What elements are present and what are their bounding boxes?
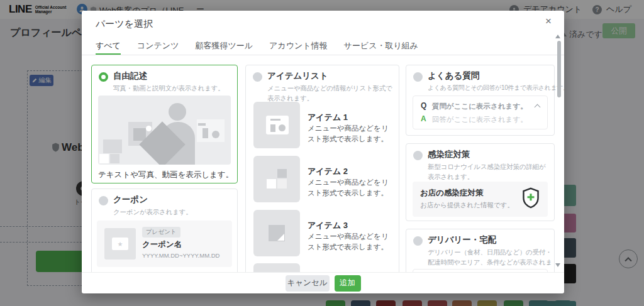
card-title: 感染症対策 [428, 149, 470, 160]
coupon-preview: ★ プレゼント クーポン名 YYYY.MM.DD~YYYY.MM.DD [97, 221, 232, 267]
item-row: アイテム 1 メニューや商品などをリスト形式で表示します。 [246, 102, 399, 148]
coupon-thumbnail: ★ [104, 228, 136, 260]
radio-icon[interactable] [413, 72, 423, 82]
item-name: アイテム 2 [308, 166, 348, 177]
radio-icon[interactable] [413, 236, 423, 246]
item-desc: メニューや商品などをリスト形式で表示します。 [308, 231, 394, 253]
item-thumbnail [253, 210, 300, 256]
card-subtitle: メニューや商品などの情報がリスト形式で表示されます。 [267, 83, 393, 104]
faq-preview: Q 質問がここに表示されます。 A 回答がここに表示されます。 [413, 96, 548, 129]
screen: LINE Official Account Manager Web集客のプロ（L… [0, 0, 644, 306]
card-title: デリバリー・宅配 [428, 234, 496, 246]
card-title: 自由記述 [113, 70, 147, 82]
card-free-text[interactable]: 自由記述 写真・動画と説明文が表示されます。 [91, 65, 238, 183]
tab-acquisition-tools[interactable]: 顧客獲得ツール [195, 36, 253, 55]
card-coupon[interactable]: クーポン クーポンが表示されます。 ★ プレゼント クーポン名 YYYY.MM.… [91, 189, 238, 272]
card-title: よくある質問 [428, 70, 479, 82]
select-parts-modal: パーツを選択 × すべて コンテンツ 顧客獲得ツール アカウント情報 サービス・… [82, 11, 564, 293]
item-desc: メニューや商品などをリスト形式で表示します。 [308, 177, 394, 199]
radio-icon[interactable] [99, 196, 108, 205]
tab-contents[interactable]: コンテンツ [137, 36, 179, 55]
card-item-list[interactable]: アイテムリスト メニューや商品などの情報がリスト形式で表示されます。 アイテム … [245, 65, 399, 272]
tab-account-info[interactable]: アカウント情報 [269, 36, 328, 55]
coupon-name: クーポン名 [142, 239, 182, 250]
item-row: アイテム 3 メニューや商品などをリスト形式で表示します。 [246, 210, 399, 256]
modal-footer: キャンセル 追加 [82, 272, 564, 293]
tab-services[interactable]: サービス・取り組み [344, 36, 419, 55]
modal-tabs: すべて コンテンツ 顧客獲得ツール アカウント情報 サービス・取り組み [82, 36, 564, 55]
item-row: アイテム 2 メニューや商品などをリスト形式で表示します。 [246, 156, 399, 202]
item-thumbnail [253, 156, 300, 202]
chevron-up-icon [535, 104, 541, 111]
tab-all[interactable]: すべて [96, 36, 121, 55]
scrollbar-down-arrow[interactable] [555, 263, 560, 267]
cancel-button[interactable]: キャンセル [286, 275, 330, 292]
card-subtitle: クーポンが表示されます。 [113, 207, 192, 217]
infection-box-title: お店の感染症対策 [420, 188, 484, 199]
infection-box-text: お店から提供された情報です。 [420, 201, 514, 210]
radio-selected-icon[interactable] [99, 72, 108, 82]
card-title: アイテムリスト [267, 70, 328, 82]
scrollbar-thumb[interactable] [557, 41, 561, 97]
card-infection-control[interactable]: 感染症対策 新型コロナウイルス感染症対策の詳細が表示されます。 お店の感染症対策… [406, 143, 555, 221]
card-faq[interactable]: よくある質問 よくある質問とその回答が10件まで表示されます。 Q 質問がここに… [406, 65, 555, 136]
item-desc: メニューや商品などをリスト形式で表示します。 [308, 123, 394, 145]
modal-title: パーツを選択 [96, 18, 153, 30]
item-thumbnail [253, 263, 300, 272]
card-subtitle: 写真・動画と説明文が表示されます。 [113, 83, 225, 93]
item-name: アイテム 3 [308, 220, 348, 231]
q-label: Q [421, 101, 426, 110]
card-subtitle: デリバリー（食材、日用品など）の受付・配達時間やエリア、条件などが表示されます。 [428, 247, 553, 272]
radio-icon[interactable] [413, 151, 423, 160]
add-button[interactable]: 追加 [335, 275, 361, 292]
card-subtitle: 新型コロナウイルス感染症対策の詳細が表示されます。 [428, 161, 551, 182]
question-text: 質問がここに表示されます。 [432, 102, 528, 111]
radio-icon[interactable] [253, 72, 262, 82]
card-delivery[interactable]: デリバリー・宅配 デリバリー（食材、日用品など）の受付・配達時間やエリア、条件な… [406, 229, 555, 272]
coupon-period: YYYY.MM.DD~YYYY.MM.DD [142, 252, 219, 259]
close-icon[interactable]: × [541, 14, 555, 28]
card-caption: テキストや写真、動画を表示します。 [98, 170, 233, 180]
present-badge: プレゼント [142, 227, 180, 238]
card-subtitle: よくある質問とその回答が10件まで表示されます。 [428, 83, 564, 93]
item-thumbnail [253, 102, 300, 148]
card-title: クーポン [113, 194, 148, 205]
scrollbar-up-arrow[interactable] [555, 35, 560, 38]
shield-plus-icon [521, 187, 540, 211]
modal-content: 自由記述 写真・動画と説明文が表示されます。 [82, 55, 564, 272]
infection-preview: お店の感染症対策 お店から提供された情報です。 [413, 182, 548, 217]
a-label: A [421, 114, 426, 123]
ticket-icon: ★ [112, 238, 128, 250]
free-text-illustration [98, 96, 231, 165]
answer-text: 回答がここに表示されます。 [432, 115, 528, 124]
item-name: アイテム 1 [308, 112, 348, 123]
item-row-partial [246, 263, 399, 272]
